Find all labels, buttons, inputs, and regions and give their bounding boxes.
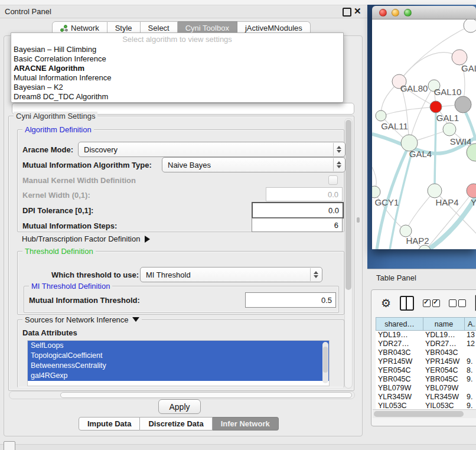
panel-splitter-handle[interactable] (357, 217, 360, 223)
dpi-tolerance-label: DPI Tolerance [0,1]: (22, 206, 93, 215)
gear-icon[interactable]: ⚙ (381, 298, 391, 309)
scrollbar-thumb[interactable] (323, 347, 328, 373)
kernel-width-field[interactable]: 0.0 (266, 187, 343, 201)
scrollbar-thumb[interactable] (374, 411, 464, 417)
unselect-all-columns-icon[interactable] (449, 299, 466, 307)
network-node[interactable] (430, 101, 442, 113)
network-node-gal10[interactable] (455, 96, 471, 113)
grip-icon[interactable] (4, 441, 15, 450)
scrollbar-thumb[interactable] (345, 120, 351, 290)
attribute-item[interactable]: TopologicalCoefficient (28, 351, 329, 361)
tab-infer-network[interactable]: Infer Network (213, 417, 279, 431)
dropdown-item[interactable]: Basic Correlation Inference (11, 54, 343, 64)
table-row[interactable]: YBR043CYBR043C (376, 348, 476, 357)
network-node-hap2[interactable] (400, 225, 412, 237)
mi-threshold-group: MI Threshold Definition Mutual Informati… (24, 286, 339, 313)
float-window-icon[interactable] (343, 8, 351, 17)
close-traffic-light-icon[interactable] (379, 9, 387, 17)
kernel-width-value: 0.0 (328, 190, 338, 199)
data-attributes-list[interactable]: SelfLoopsTopologicalCoefficientBetweenne… (27, 340, 330, 386)
network-node-gcy1[interactable] (372, 186, 380, 198)
table-body: YDL19…YDL19…13YDR27…YDR27…12YBR043CYBR04… (376, 331, 476, 410)
table-row[interactable]: YER054CYER054C8. (376, 366, 476, 375)
kernel-width-label: Kernel Width (0,1): (22, 191, 90, 200)
settings-horizontal-scrollbar[interactable] (9, 391, 355, 399)
node-label: GAL (461, 63, 476, 73)
attr-items: SelfLoopsTopologicalCoefficientBetweenne… (28, 341, 329, 381)
node-label: GCY1 (375, 197, 399, 207)
table-row[interactable]: YBR045CYBR045C9. (376, 375, 476, 384)
table-panel-box: ⚙ shared…nameA… YDL19…YDL19…13YDR27…YDR2… (371, 289, 476, 426)
dropdown-item[interactable]: Dream8 DC_TDC Algorithm (11, 92, 343, 102)
network-icon (60, 25, 68, 32)
table-cell: YDL19… (376, 331, 423, 340)
network-node[interactable] (464, 19, 476, 32)
which-threshold-label: Which threshold to use: (51, 270, 139, 279)
network-node-hap4[interactable] (428, 184, 442, 198)
scrollbar-thumb[interactable] (60, 392, 352, 398)
tab-label: jActiveMNodules (245, 24, 302, 32)
node-label: HAP4 (435, 197, 458, 207)
expanded-arrow-icon[interactable] (132, 317, 139, 322)
dropdown-item[interactable]: Mutual Information Inference (11, 73, 343, 83)
mi-steps-label: Mutual Information Steps: (22, 221, 117, 230)
stepper-icon (333, 143, 344, 156)
attribute-item[interactable]: BetweennessCentrality (28, 361, 329, 371)
table-cell: 8. (464, 366, 476, 375)
dropdown-item[interactable]: ARACNE Algorithm (11, 64, 343, 73)
column-header[interactable]: name (423, 318, 465, 330)
dropdown-prompt: Select algorithm to view settings (11, 33, 343, 45)
mi-type-combobox[interactable]: Naive Bayes (162, 157, 345, 172)
table-cell: YBR045C (423, 375, 464, 384)
table-row[interactable]: YBL079WYBL079W (376, 384, 476, 393)
close-icon[interactable]: ✕ (354, 6, 361, 17)
cyni-settings-group: Cyni Algorithm Settings Algorithm Defini… (8, 116, 354, 391)
network-node-gal1[interactable] (443, 123, 456, 136)
stepper-icon (333, 158, 344, 171)
attributes-scrollbar[interactable] (322, 342, 328, 383)
tab-label: Discretize Data (148, 419, 203, 428)
table-row[interactable]: YDR27…YDR27…12 (376, 340, 476, 348)
aracne-mode-combobox[interactable]: Discovery (78, 142, 345, 157)
zoom-traffic-light-icon[interactable] (404, 9, 412, 17)
sources-title-text: Sources for Network Inference (25, 315, 129, 324)
attribute-item[interactable]: gal4RGexp (28, 371, 329, 381)
network-view-window[interactable]: GALGAL80GAL10GAL1GAL11GAL4SWI4GCY1HAP4YH… (372, 6, 476, 249)
mi-threshold-field[interactable]: 0.5 (245, 292, 336, 308)
table-cell: YBR043C (423, 348, 464, 357)
attribute-item[interactable]: SelfLoops (28, 341, 329, 351)
tab-impute-data[interactable]: Impute Data (79, 417, 140, 431)
dropdown-item[interactable]: Bayesian – K2 (11, 83, 343, 92)
manual-kernel-checkbox[interactable] (328, 175, 338, 185)
table-row[interactable]: YDL19…YDL19…13 (376, 331, 476, 340)
table-row[interactable]: YPR145WYPR145W9. (376, 357, 476, 366)
dpi-tolerance-field[interactable]: 0.0 (252, 202, 344, 219)
hub-definition-toggle[interactable]: Hub/Transcription Factor Definition (22, 234, 150, 243)
apply-button[interactable]: Apply (158, 399, 201, 414)
threshold-definition-group: Threshold Definition Which threshold to … (17, 251, 344, 315)
column-browser-icon[interactable] (400, 296, 414, 311)
network-node-y[interactable] (467, 184, 476, 198)
network-window-titlebar[interactable] (372, 6, 476, 19)
node-label: GAL4 (409, 149, 432, 159)
minimize-traffic-light-icon[interactable] (392, 9, 399, 17)
settings-vertical-scrollbar[interactable] (344, 118, 353, 389)
column-header[interactable]: A… (465, 318, 476, 330)
table-horizontal-scrollbar[interactable] (373, 409, 476, 418)
select-all-columns-icon[interactable] (423, 299, 440, 307)
table-cell: YLR345W (376, 393, 423, 402)
which-threshold-combobox[interactable]: MI Threshold (140, 267, 322, 282)
column-header[interactable]: shared… (376, 318, 423, 330)
mi-threshold-title: MI Threshold Definition (29, 282, 112, 291)
mi-steps-field[interactable]: 6 (252, 218, 343, 232)
threshold-definition-title: Threshold Definition (22, 247, 96, 256)
table-row[interactable]: YLR345WYLR345W9. (376, 393, 476, 402)
network-canvas[interactable]: GALGAL80GAL10GAL1GAL11GAL4SWI4GCY1HAP4YH… (372, 19, 476, 249)
cyni-settings-title: Cyni Algorithm Settings (14, 112, 97, 120)
network-node-gal11[interactable] (376, 110, 386, 121)
tab-discretize-data[interactable]: Discretize Data (140, 417, 212, 431)
dropdown-item[interactable]: Bayesian – Hill Climbing (11, 45, 343, 54)
algorithm-dropdown-list: Bayesian – Hill ClimbingBasic Correlatio… (11, 45, 343, 102)
node-table[interactable]: shared…nameA… YDL19…YDL19…13YDR27…YDR27…… (376, 317, 476, 410)
status-bar (0, 444, 476, 450)
